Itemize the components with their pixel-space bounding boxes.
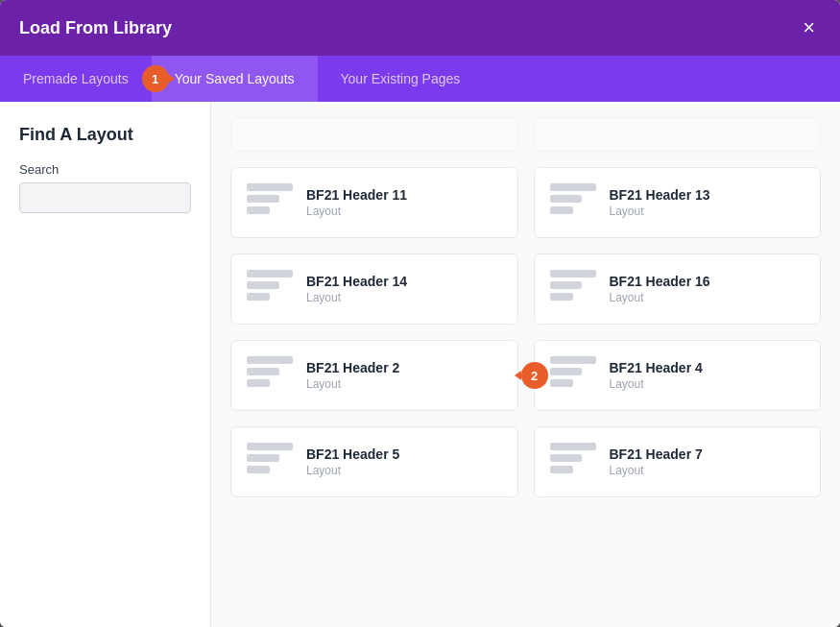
layout-thumbnail [550,356,596,395]
modal: Load From Library × Premade Layouts 1 Yo… [0,0,840,627]
layout-name: BF21 Header 5 [306,446,399,462]
layout-info: BF21 Header 2 Layout [306,360,399,391]
thumb-row [550,443,596,450]
thumb-row [247,379,270,387]
layout-thumbnail [247,270,293,308]
close-button[interactable]: × [797,15,821,40]
layout-info: BF21 Header 5 Layout [306,446,399,477]
search-label: Search [19,162,191,177]
thumb-row [247,195,279,203]
thumb-row [550,368,583,375]
layout-name: BF21 Header 13 [610,187,710,203]
thumb-row [247,466,270,473]
thumb-row [550,281,583,289]
layout-thumbnail [550,443,596,481]
modal-body: Find A Layout Search [0,102,840,627]
layout-info: BF21 Header 7 Layout [610,446,703,477]
layout-card[interactable]: BF21 Header 2 Layout [230,340,518,411]
layout-card[interactable]: BF21 Header 13 Layout [534,167,822,238]
thumb-row [550,183,596,191]
layout-info: BF21 Header 14 Layout [306,274,407,304]
tab-badge-1: 1 [142,65,169,92]
thumb-row [247,454,279,462]
layout-name: BF21 Header 14 [306,274,407,289]
tab-saved[interactable]: Your Saved Layouts [152,56,318,102]
layout-type: Layout [306,205,407,218]
thumb-row [550,206,573,214]
thumb-row [247,356,293,364]
layout-card[interactable]: BF21 Header 14 Layout [230,253,518,325]
layout-name: BF21 Header 4 [610,360,703,375]
tab-premade[interactable]: Premade Layouts 1 [0,56,152,102]
layout-type: Layout [610,464,703,477]
tabs-bar: Premade Layouts 1 Your Saved Layouts You… [0,56,840,102]
layout-type: Layout [306,291,407,304]
layout-name: BF21 Header 7 [610,446,703,462]
layout-card[interactable]: BF21 Header 16 Layout [534,253,822,325]
thumb-row [247,206,270,214]
tab-badge-2: 2 [521,362,548,389]
tab-existing[interactable]: Your Existing Pages [318,56,484,102]
layout-type: Layout [610,291,710,304]
layout-card-badge[interactable]: 2 BF21 Header 4 Layout [534,340,822,411]
layout-thumbnail [247,183,293,222]
layout-card[interactable]: BF21 Header 11 Layout [230,167,518,238]
layout-thumbnail [550,183,596,222]
thumb-row [550,293,573,301]
layouts-grid: BF21 Header 11 Layout BF21 Header 13 Lay… [230,167,821,497]
thumb-row [550,270,596,277]
layout-thumbnail [247,443,293,481]
layout-info: BF21 Header 13 Layout [610,187,710,218]
layout-card[interactable]: BF21 Header 5 Layout [230,426,518,497]
layout-card-top-left[interactable] [230,117,518,152]
layout-type: Layout [306,377,399,391]
layout-thumbnail [550,270,596,308]
search-input[interactable] [19,182,191,213]
layout-type: Layout [610,205,710,218]
thumb-row [247,293,270,301]
thumb-row [247,281,279,289]
thumb-row [550,195,583,203]
modal-header: Load From Library × [0,0,840,56]
thumb-row [550,379,573,387]
layout-name: BF21 Header 2 [306,360,399,375]
sidebar-title: Find A Layout [19,125,191,145]
layout-type: Layout [610,377,703,391]
layout-card-top-right[interactable] [534,117,822,152]
layout-thumbnail [247,356,293,395]
layout-name: BF21 Header 16 [610,274,710,289]
layout-info: BF21 Header 4 Layout [610,360,703,391]
thumb-row [550,356,596,364]
thumb-row [550,454,583,462]
sidebar: Find A Layout Search [0,102,211,627]
thumb-row [247,443,293,450]
layout-card[interactable]: BF21 Header 7 Layout [534,426,822,497]
thumb-row [247,270,293,277]
layout-name: BF21 Header 11 [306,187,407,203]
layout-type: Layout [306,464,399,477]
thumb-row [247,183,293,191]
layout-info: BF21 Header 11 Layout [306,187,407,218]
modal-title: Load From Library [19,18,172,38]
content-area: BF21 Header 11 Layout BF21 Header 13 Lay… [211,102,840,627]
thumb-row [247,368,279,375]
thumb-row [550,466,573,473]
layout-info: BF21 Header 16 Layout [610,274,710,304]
